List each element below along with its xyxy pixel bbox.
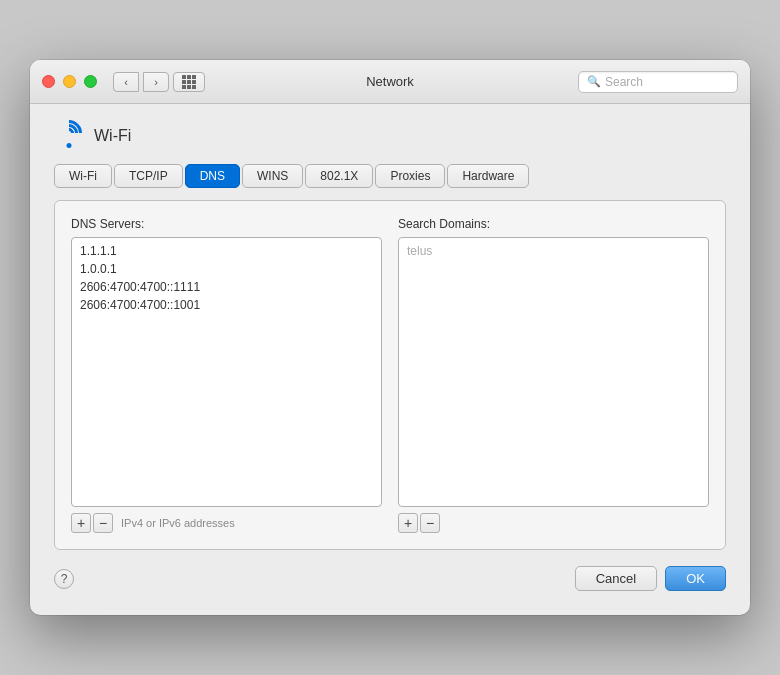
search-domains-label: Search Domains:	[398, 217, 709, 231]
wifi-icon	[54, 124, 84, 148]
minimize-button[interactable]	[63, 75, 76, 88]
back-button[interactable]: ‹	[113, 72, 139, 92]
search-domains-column: Search Domains: telus + −	[398, 217, 709, 533]
tab-dns[interactable]: DNS	[185, 164, 240, 188]
action-buttons: Cancel OK	[575, 566, 726, 591]
ok-button[interactable]: OK	[665, 566, 726, 591]
maximize-button[interactable]	[84, 75, 97, 88]
dns-servers-list[interactable]: 1.1.1.1 1.0.0.1 2606:4700:4700::1111 260…	[71, 237, 382, 507]
help-button[interactable]: ?	[54, 569, 74, 589]
dns-panel: DNS Servers: 1.1.1.1 1.0.0.1 2606:4700:4…	[54, 200, 726, 550]
grid-icon	[182, 75, 196, 89]
search-input[interactable]	[605, 75, 729, 89]
dns-add-button[interactable]: +	[71, 513, 91, 533]
tab-tcpip[interactable]: TCP/IP	[114, 164, 183, 188]
search-domain-item: telus	[399, 242, 708, 260]
list-item: 2606:4700:4700::1001	[72, 296, 381, 314]
dns-remove-button[interactable]: −	[93, 513, 113, 533]
footer: ? Cancel OK	[54, 566, 726, 591]
search-icon: 🔍	[587, 75, 601, 88]
domain-add-button[interactable]: +	[398, 513, 418, 533]
traffic-lights	[42, 75, 97, 88]
dns-servers-label: DNS Servers:	[71, 217, 382, 231]
search-domains-list[interactable]: telus	[398, 237, 709, 507]
dns-servers-controls: + − IPv4 or IPv6 addresses	[71, 513, 382, 533]
dns-hint: IPv4 or IPv6 addresses	[121, 517, 235, 529]
search-box: 🔍	[578, 71, 738, 93]
nav-buttons: ‹ ›	[113, 72, 169, 92]
wifi-label: Wi-Fi	[94, 127, 131, 145]
list-item: 1.0.0.1	[72, 260, 381, 278]
search-domains-controls: + −	[398, 513, 709, 533]
list-item: 1.1.1.1	[72, 242, 381, 260]
tab-8021x[interactable]: 802.1X	[305, 164, 373, 188]
titlebar: ‹ › Network 🔍	[30, 60, 750, 104]
list-item: 2606:4700:4700::1111	[72, 278, 381, 296]
domain-remove-button[interactable]: −	[420, 513, 440, 533]
wifi-header: Wi-Fi	[54, 124, 726, 148]
tabs-container: Wi-Fi TCP/IP DNS WINS 802.1X Proxies Har…	[54, 164, 726, 188]
tab-wins[interactable]: WINS	[242, 164, 303, 188]
forward-button[interactable]: ›	[143, 72, 169, 92]
tab-wifi[interactable]: Wi-Fi	[54, 164, 112, 188]
window-title: Network	[366, 74, 414, 89]
content-area: Wi-Fi Wi-Fi TCP/IP DNS WINS 802.1X Proxi…	[30, 104, 750, 615]
two-column-layout: DNS Servers: 1.1.1.1 1.0.0.1 2606:4700:4…	[71, 217, 709, 533]
dns-servers-column: DNS Servers: 1.1.1.1 1.0.0.1 2606:4700:4…	[71, 217, 382, 533]
tab-hardware[interactable]: Hardware	[447, 164, 529, 188]
network-window: ‹ › Network 🔍 Wi-Fi	[30, 60, 750, 615]
tab-proxies[interactable]: Proxies	[375, 164, 445, 188]
cancel-button[interactable]: Cancel	[575, 566, 657, 591]
close-button[interactable]	[42, 75, 55, 88]
grid-view-button[interactable]	[173, 72, 205, 92]
